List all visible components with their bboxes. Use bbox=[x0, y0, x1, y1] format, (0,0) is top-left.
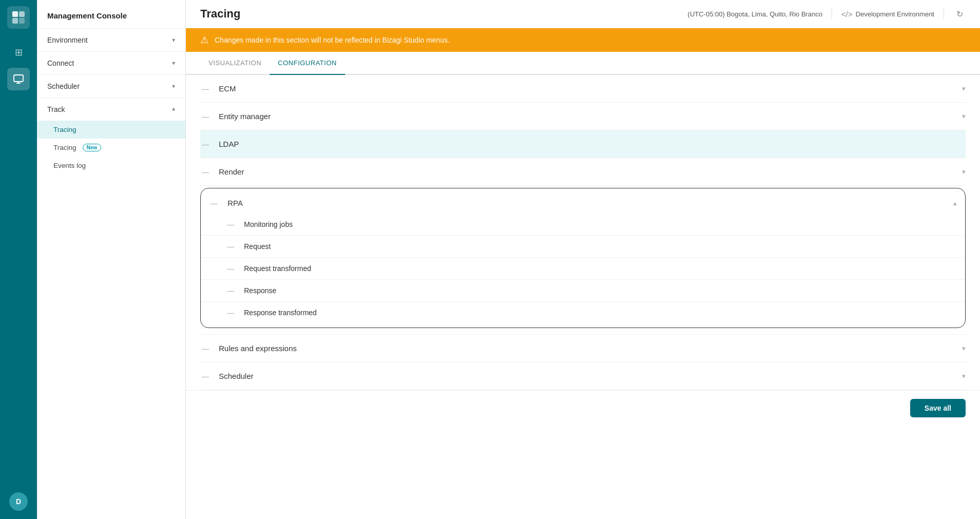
warning-message: Changes made in this section will not be… bbox=[215, 36, 450, 44]
config-item-ldap-label: LDAP bbox=[219, 140, 239, 148]
config-item-entity-manager-header[interactable]: — Entity manager ▾ bbox=[200, 103, 966, 130]
rpa-sub-item-response-label: Response bbox=[244, 286, 276, 295]
sidebar-section-header-environment[interactable]: Environment ▾ bbox=[37, 29, 185, 51]
tracing-new-badge: New bbox=[83, 144, 102, 151]
user-avatar[interactable]: D bbox=[9, 492, 28, 511]
sidebar-section-header-scheduler[interactable]: Scheduler ▾ bbox=[37, 75, 185, 98]
sidebar-section-track: Track ▾ Tracing Tracing New Events log bbox=[37, 98, 185, 175]
refresh-button[interactable]: ↻ bbox=[953, 8, 966, 20]
sidebar-item-tracing-new-label: Tracing bbox=[53, 144, 77, 151]
config-item-entity-manager: — Entity manager ▾ bbox=[200, 103, 966, 130]
config-item-scheduler-left: — Scheduler bbox=[200, 372, 254, 380]
sidebar-section-header-connect[interactable]: Connect ▾ bbox=[37, 52, 185, 74]
chevron-track-icon: ▾ bbox=[172, 106, 175, 113]
config-item-render-label: Render bbox=[219, 167, 244, 176]
config-item-render-header[interactable]: — Render ▾ bbox=[200, 158, 966, 185]
rpa-sub-item-request-transformed[interactable]: — Request transformed bbox=[201, 258, 965, 280]
svg-rect-2 bbox=[12, 18, 18, 24]
config-item-ecm-left: — ECM bbox=[200, 84, 236, 93]
sidebar-item-tracing-new[interactable]: Tracing New bbox=[37, 139, 185, 157]
config-item-rpa-left: — RPA bbox=[201, 199, 243, 207]
dash-rules-expressions-icon: — bbox=[200, 344, 211, 353]
config-item-scheduler: — Scheduler ▾ bbox=[200, 362, 966, 390]
config-item-ecm: — ECM ▾ bbox=[200, 75, 966, 103]
config-item-rules-expressions-header[interactable]: — Rules and expressions ▾ bbox=[200, 335, 966, 362]
chevron-environment-icon: ▾ bbox=[172, 36, 175, 44]
chevron-entity-manager-icon: ▾ bbox=[962, 112, 966, 120]
sidebar-section-label-connect: Connect bbox=[47, 59, 74, 67]
icon-bar: ⊞ D bbox=[0, 0, 37, 519]
nav-icon-monitor[interactable] bbox=[7, 68, 30, 90]
rpa-sub-item-response-transformed[interactable]: — Response transformed bbox=[201, 302, 965, 323]
sidebar-section-header-track[interactable]: Track ▾ bbox=[37, 98, 185, 121]
sidebar-item-tracing[interactable]: Tracing bbox=[37, 121, 185, 139]
sidebar-section-connect: Connect ▾ bbox=[37, 51, 185, 74]
header-divider-2 bbox=[944, 9, 944, 19]
environment-label: Development Environment bbox=[856, 10, 934, 18]
chevron-ecm-icon: ▾ bbox=[962, 85, 966, 92]
environment-badge: </> Development Environment bbox=[841, 10, 934, 18]
tab-configuration[interactable]: CONFIGURATION bbox=[270, 52, 345, 75]
sidebar-section-label-scheduler: Scheduler bbox=[47, 82, 80, 90]
config-item-scheduler-header[interactable]: — Scheduler ▾ bbox=[200, 362, 966, 390]
rpa-box: — RPA ▴ — Monitoring jobs — Request bbox=[200, 188, 966, 328]
page-title: Tracing bbox=[200, 7, 240, 21]
dash-rpa-icon: — bbox=[209, 199, 219, 207]
rpa-sub-item-request[interactable]: — Request bbox=[201, 236, 965, 258]
config-item-rules-expressions-label: Rules and expressions bbox=[219, 344, 297, 353]
sidebar-item-events-log-label: Events log bbox=[53, 162, 86, 169]
dash-scheduler-icon: — bbox=[200, 372, 211, 380]
chevron-render-icon: ▾ bbox=[962, 168, 966, 176]
config-item-entity-manager-label: Entity manager bbox=[219, 112, 271, 121]
sidebar-section-label-track: Track bbox=[47, 105, 65, 113]
nav-icon-dashboard[interactable]: ⊞ bbox=[7, 41, 30, 64]
rpa-sub-item-response[interactable]: — Response bbox=[201, 280, 965, 302]
rpa-sub-item-response-transformed-label: Response transformed bbox=[244, 309, 317, 317]
dash-entity-manager-icon: — bbox=[200, 112, 211, 121]
main-content: Tracing (UTC-05:00) Bogota, Lima, Quito,… bbox=[186, 0, 980, 519]
sidebar-item-tracing-label: Tracing bbox=[53, 126, 77, 133]
config-item-ldap: — LDAP bbox=[200, 130, 966, 158]
config-item-ecm-label: ECM bbox=[219, 84, 236, 93]
dash-response-icon: — bbox=[225, 286, 236, 295]
save-all-button[interactable]: Save all bbox=[910, 399, 966, 417]
rpa-sub-item-monitoring-jobs-label: Monitoring jobs bbox=[244, 220, 293, 228]
svg-rect-4 bbox=[14, 75, 23, 82]
dash-ldap-icon: — bbox=[200, 140, 211, 148]
chevron-rules-expressions-icon: ▾ bbox=[962, 344, 966, 352]
warning-banner: ⚠ Changes made in this section will not … bbox=[186, 28, 980, 52]
app-logo[interactable] bbox=[7, 6, 30, 29]
config-list: — ECM ▾ — Entity manager ▾ bbox=[186, 75, 980, 390]
main-header: Tracing (UTC-05:00) Bogota, Lima, Quito,… bbox=[186, 0, 980, 28]
sidebar-section-scheduler: Scheduler ▾ bbox=[37, 74, 185, 98]
rpa-sub-item-monitoring-jobs[interactable]: — Monitoring jobs bbox=[201, 214, 965, 236]
config-item-rules-expressions: — Rules and expressions ▾ bbox=[200, 335, 966, 362]
config-item-ecm-header[interactable]: — ECM ▾ bbox=[200, 75, 966, 102]
rpa-sub-item-request-label: Request bbox=[244, 242, 271, 251]
warning-icon: ⚠ bbox=[200, 34, 209, 46]
config-item-rpa: — RPA ▴ — Monitoring jobs — Request bbox=[200, 188, 966, 335]
config-item-ldap-header[interactable]: — LDAP bbox=[200, 130, 966, 158]
dash-ecm-icon: — bbox=[200, 85, 211, 93]
code-icon: </> bbox=[841, 10, 853, 18]
sidebar-section-environment: Environment ▾ bbox=[37, 28, 185, 51]
chevron-scheduler-icon: ▾ bbox=[172, 83, 175, 90]
tabs-bar: VISUALIZATION CONFIGURATION bbox=[186, 52, 980, 75]
config-item-rpa-header[interactable]: — RPA ▴ bbox=[201, 193, 965, 214]
header-divider-1 bbox=[832, 9, 832, 19]
tab-visualization[interactable]: VISUALIZATION bbox=[200, 52, 270, 75]
sidebar-title: Management Console bbox=[37, 0, 185, 28]
config-item-render-left: — Render bbox=[200, 167, 244, 176]
icon-bar-bottom: D bbox=[9, 492, 28, 511]
chevron-rpa-icon: ▴ bbox=[953, 199, 957, 207]
sidebar-item-events-log[interactable]: Events log bbox=[37, 157, 185, 175]
svg-rect-0 bbox=[12, 11, 18, 17]
dash-render-icon: — bbox=[200, 168, 211, 176]
svg-rect-1 bbox=[19, 11, 25, 17]
dash-monitoring-jobs-icon: — bbox=[225, 220, 236, 228]
content-area: — ECM ▾ — Entity manager ▾ bbox=[186, 75, 980, 519]
chevron-scheduler-item-icon: ▾ bbox=[962, 372, 966, 380]
timezone-label: (UTC-05:00) Bogota, Lima, Quito, Rio Bra… bbox=[688, 10, 822, 18]
sidebar: Management Console Environment ▾ Connect… bbox=[37, 0, 186, 519]
svg-rect-3 bbox=[19, 18, 25, 24]
